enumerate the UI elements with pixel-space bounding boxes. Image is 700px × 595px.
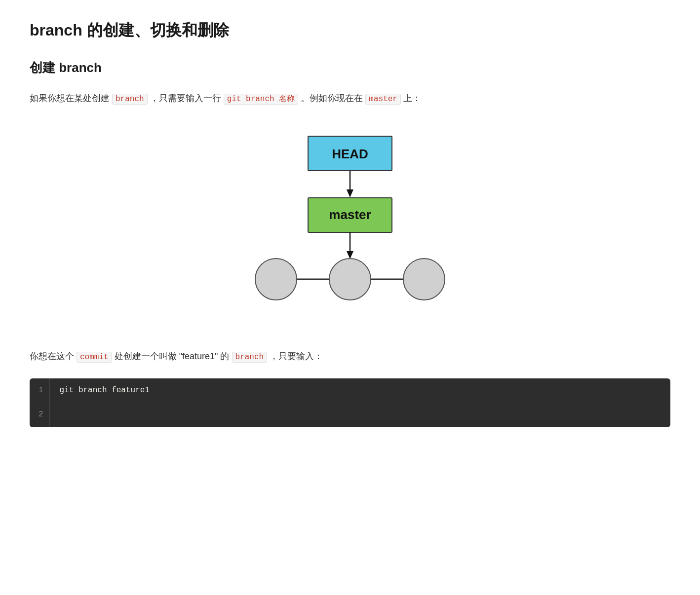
paragraph-1-suffix: 上：	[403, 93, 421, 103]
paragraph-1-middle2: 。例如你现在在	[301, 93, 363, 103]
inline-code-branch2: branch	[232, 352, 268, 363]
inline-code-git-branch: git branch 名称	[224, 94, 299, 105]
svg-text:HEAD: HEAD	[332, 147, 368, 161]
paragraph-2-suffix: ，只要输入：	[270, 351, 323, 361]
code-content-1: git branch feature1	[49, 378, 670, 403]
page-title: branch 的创建、切换和删除	[30, 20, 670, 41]
svg-point-10	[403, 259, 445, 300]
paragraph-2: 你想在这个 commit 处创建一个叫做 "feature1" 的 branch…	[30, 348, 670, 365]
line-number-1: 1	[30, 378, 49, 403]
inline-code-master: master	[365, 94, 401, 105]
paragraph-1: 如果你想在某处创建 branch ，只需要输入一行 git branch 名称 …	[30, 90, 670, 107]
code-line-1: 1 git branch feature1	[30, 378, 670, 403]
code-line-2: 2	[30, 403, 670, 427]
code-block: 1 git branch feature1 2	[30, 378, 670, 427]
code-content-2	[49, 403, 670, 427]
svg-marker-7	[347, 251, 353, 259]
paragraph-2-middle1: 处创建一个叫做 "feature1" 的	[115, 351, 230, 361]
svg-marker-3	[347, 189, 353, 197]
paragraph-2-prefix: 你想在这个	[30, 351, 74, 361]
git-diagram: HEAD master	[30, 121, 670, 329]
section-title: 创建 branch	[30, 59, 670, 76]
paragraph-1-middle1: ，只需要输入一行	[150, 93, 221, 103]
line-number-2: 2	[30, 403, 49, 427]
inline-code-commit: commit	[77, 352, 112, 363]
svg-point-8	[255, 259, 297, 300]
svg-text:master: master	[329, 207, 371, 222]
code-table: 1 git branch feature1 2	[30, 378, 670, 427]
paragraph-1-prefix: 如果你想在某处创建	[30, 93, 110, 103]
inline-code-branch: branch	[112, 94, 148, 105]
svg-point-9	[329, 259, 371, 300]
